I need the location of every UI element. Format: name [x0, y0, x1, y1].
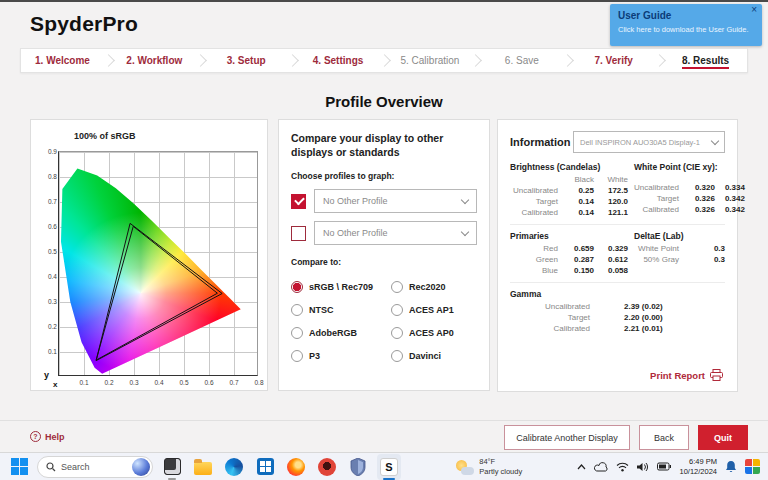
radio-aces-ap1[interactable]: ACES AP1 — [391, 304, 477, 316]
weather-temp: 84°F — [479, 457, 522, 466]
x-tick: 0.1 — [77, 379, 91, 386]
user-guide-toast[interactable]: × User Guide Click here to download the … — [610, 4, 762, 46]
spyder-icon: S — [380, 458, 398, 476]
x-tick: 0.8 — [252, 379, 266, 386]
calibrate-another-display-button[interactable]: Calibrate Another Display — [504, 425, 630, 450]
display-selector-dropdown[interactable]: Dell INSPIRON AUO30A5 Display-1 — [573, 131, 725, 153]
compare-heading: Compare your display to other displays o… — [291, 132, 477, 159]
radio-rec2020[interactable]: Rec2020 — [391, 281, 477, 293]
step-save[interactable]: 6. Save — [480, 55, 563, 66]
step-navigation: 1. Welcome 2. Workflow 3. Setup 4. Setti… — [20, 48, 748, 73]
step-results[interactable]: 8. Results — [664, 55, 747, 66]
taskbar-app-shield[interactable] — [346, 454, 370, 480]
help-link[interactable]: ? Help — [30, 431, 65, 442]
radio-icon — [291, 281, 303, 293]
step-setup[interactable]: 3. Setup — [205, 55, 288, 66]
chevron-down-icon — [461, 196, 469, 204]
wifi-icon[interactable] — [616, 462, 629, 472]
taskbar-app-spyder[interactable]: S — [377, 454, 401, 480]
radio-srgb-rec709[interactable]: sRGB \ Rec709 — [291, 281, 391, 293]
photos-icon — [164, 458, 181, 475]
y-tick: 0.4 — [42, 273, 57, 280]
profile-row-1: No Other Profile — [291, 189, 477, 213]
toast-body[interactable]: Click here to download the User Guide. — [618, 25, 754, 34]
taskbar-app-file-explorer[interactable] — [191, 454, 215, 480]
y-tick: 0.3 — [42, 298, 57, 305]
printer-icon — [710, 369, 723, 381]
profile-row-2: No Other Profile — [291, 221, 477, 245]
x-tick: 0.4 — [152, 379, 166, 386]
store-icon — [257, 458, 274, 475]
clock-time: 6:49 PM — [679, 457, 717, 466]
profile-checkbox-2[interactable] — [291, 226, 306, 241]
x-tick: 0.2 — [102, 379, 116, 386]
radio-adobergb[interactable]: AdobeRGB — [291, 327, 391, 339]
taskbar-app-red[interactable] — [315, 454, 339, 480]
taskbar-weather[interactable]: 84°F Partly cloudy — [456, 457, 522, 476]
information-heading: Information — [510, 136, 571, 148]
radio-p3[interactable]: P3 — [291, 350, 391, 362]
srgb-percent-label: 100% of sRGB — [74, 131, 136, 141]
search-highlight-image[interactable] — [132, 458, 150, 476]
partly-cloudy-icon — [456, 459, 474, 475]
start-button[interactable] — [8, 456, 30, 478]
clock-date: 10/12/2024 — [679, 467, 717, 476]
edge-icon — [225, 458, 243, 476]
widgets-icon[interactable] — [745, 459, 760, 474]
chevron-down-icon — [461, 228, 469, 236]
y-tick: 0.2 — [42, 323, 57, 330]
print-report-link[interactable]: Print Report — [650, 369, 723, 381]
y-tick: 0.1 — [42, 348, 57, 355]
compare-card: Compare your display to other displays o… — [278, 119, 490, 391]
choose-profiles-label: Choose profiles to graph: — [291, 171, 477, 181]
x-axis-label: x — [53, 380, 57, 389]
step-welcome[interactable]: 1. Welcome — [21, 55, 104, 66]
taskbar-app-photos[interactable] — [160, 454, 184, 480]
shield-icon — [350, 458, 366, 476]
y-axis-label: y — [44, 370, 49, 380]
onedrive-cloud-icon[interactable] — [594, 462, 608, 472]
y-tick: 0.8 — [42, 173, 57, 180]
back-button[interactable]: Back — [639, 425, 689, 450]
toast-close-icon[interactable]: × — [751, 5, 757, 15]
search-icon — [46, 462, 56, 472]
radio-davinci[interactable]: Davinci — [391, 350, 477, 362]
radio-aces-ap0[interactable]: ACES AP0 — [391, 327, 477, 339]
deltae-section: DeltaE (Lab) White Point0.3 50% Gray0.3 — [634, 231, 725, 275]
tray-chevron-up-icon[interactable] — [577, 464, 586, 470]
taskbar-clock[interactable]: 6:49 PM 10/12/2024 — [679, 457, 717, 476]
radio-icon — [391, 327, 403, 339]
x-tick: 0.6 — [202, 379, 216, 386]
radio-icon — [291, 304, 303, 316]
step-verify[interactable]: 7. Verify — [572, 55, 655, 66]
quit-button[interactable]: Quit — [698, 425, 748, 450]
search-placeholder: Search — [61, 462, 127, 472]
taskbar-app-edge[interactable] — [222, 454, 246, 480]
windows-taskbar: Search S 84°F Partly cloudy — [0, 452, 768, 480]
gamma-section: Gamma Uncalibrated2.39 (0.02) Target2.20… — [510, 289, 725, 333]
y-tick: 0.6 — [42, 223, 57, 230]
step-workflow[interactable]: 2. Workflow — [113, 55, 196, 66]
brightness-section: Brightness (Candelas) BlackWhite Uncalib… — [510, 162, 628, 217]
taskbar-search[interactable]: Search — [37, 456, 153, 478]
volume-icon[interactable] — [637, 462, 649, 472]
taskbar-app-store[interactable] — [253, 454, 277, 480]
footer-divider — [0, 420, 768, 421]
white-point-section: White Point (CIE xy): Uncalibrated0.3200… — [634, 162, 745, 217]
profile-dropdown-2[interactable]: No Other Profile — [314, 221, 477, 245]
step-calibration[interactable]: 5. Calibration — [389, 55, 472, 66]
battery-icon[interactable] — [657, 462, 671, 471]
red-app-icon — [318, 458, 336, 476]
profile-dropdown-1[interactable]: No Other Profile — [314, 189, 477, 213]
compare-radio-group: sRGB \ Rec709 Rec2020 NTSC ACES AP1 Adob… — [291, 275, 477, 367]
y-tick: 0.9 — [42, 148, 57, 155]
x-tick: 0.3 — [127, 379, 141, 386]
profile-checkbox-1[interactable] — [291, 194, 306, 209]
app-logo: SpyderPro — [30, 12, 138, 36]
radio-icon — [391, 304, 403, 316]
folder-icon — [194, 462, 212, 475]
step-settings[interactable]: 4. Settings — [297, 55, 380, 66]
radio-ntsc[interactable]: NTSC — [291, 304, 391, 316]
notification-bell-icon[interactable] — [725, 460, 737, 473]
taskbar-app-firefox[interactable] — [284, 454, 308, 480]
